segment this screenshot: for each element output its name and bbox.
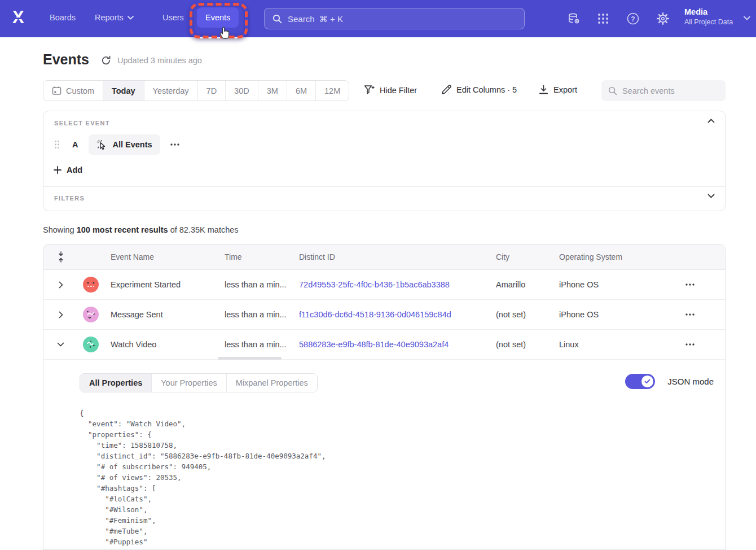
nav-item-events-active[interactable]: Events — [197, 7, 239, 28]
cell-time: less than a min... — [218, 280, 292, 289]
cell-distinct-id[interactable]: f11c30d6-dc6d-4518-9136-0d046159c84d — [292, 310, 489, 319]
ellipsis-icon[interactable] — [170, 143, 179, 146]
nav-item-users[interactable]: Users — [162, 13, 184, 22]
download-icon — [539, 85, 548, 95]
search-icon — [272, 14, 282, 24]
table-row[interactable]: Message Sent less than a min... f11c30d6… — [43, 300, 725, 330]
edit-columns-button[interactable]: Edit Columns · 5 — [441, 85, 517, 95]
event-json-code: { "event": "Watch Video", "properties": … — [80, 408, 725, 550]
pencil-icon — [441, 85, 451, 95]
header-distinct-id[interactable]: Distinct ID — [292, 252, 489, 261]
date-range-30d[interactable]: 30D — [225, 81, 258, 101]
edit-columns-label: Edit Columns · 5 — [456, 85, 517, 94]
collapse-row-icon[interactable] — [43, 342, 78, 347]
expand-section-icon[interactable] — [707, 194, 715, 198]
date-range-control: Custom Today Yesterday 7D 30D 3M 6M 12M — [43, 80, 349, 101]
add-event-button[interactable]: Add — [54, 165, 82, 174]
cell-event-name: Message Sent — [104, 310, 218, 319]
hand-cursor-icon — [219, 25, 232, 40]
segment-label: 30D — [234, 86, 249, 95]
segment-label: 12M — [324, 86, 340, 95]
collapse-rows-icon[interactable] — [43, 251, 78, 263]
refresh-icon[interactable] — [100, 55, 112, 66]
top-navbar: X Boards Reports Users Events — [0, 0, 756, 37]
hide-filter-label: Hide Filter — [380, 86, 417, 95]
filter-icon — [364, 85, 375, 95]
chevron-down-icon — [128, 16, 134, 20]
row-actions-icon[interactable] — [655, 313, 725, 316]
project-subtitle: All Project Data — [684, 18, 733, 26]
nav-item-label: Boards — [50, 13, 76, 22]
event-avatar — [83, 337, 99, 352]
page-title: Events — [43, 51, 89, 68]
search-events-input[interactable] — [622, 86, 719, 95]
tab-mixpanel-properties[interactable]: Mixpanel Properties — [226, 374, 317, 392]
date-range-12m[interactable]: 12M — [315, 81, 349, 101]
header-event-name[interactable]: Event Name — [104, 252, 218, 261]
events-page: X Boards Reports Users Events — [0, 0, 756, 550]
search-icon — [608, 86, 617, 95]
json-mode-toggle[interactable] — [625, 374, 655, 389]
plus-icon — [54, 166, 61, 174]
drag-handle-icon[interactable] — [54, 140, 60, 149]
table-row[interactable]: Experiment Started less than a min... 72… — [43, 270, 725, 300]
event-selector-chip[interactable]: All Events — [89, 134, 160, 155]
chevron-down-icon[interactable] — [744, 16, 750, 20]
segment-label: 7D — [206, 86, 217, 95]
export-button[interactable]: Export — [539, 85, 577, 95]
cell-distinct-id[interactable]: 72d49553-25fc-4f0c-b436-1b5ac6ab3388 — [292, 280, 489, 289]
cell-distinct-id[interactable]: 5886283e-e9fb-48fb-81de-40e9093a2af4 — [292, 340, 489, 349]
segment-label: 3M — [267, 86, 278, 95]
cell-city: (not set) — [489, 340, 552, 349]
row-actions-icon[interactable] — [655, 283, 725, 286]
cell-city: (not set) — [489, 310, 552, 319]
cell-time: less than a min... — [218, 310, 292, 319]
add-label: Add — [67, 165, 82, 174]
global-search[interactable] — [264, 8, 525, 29]
search-events-box[interactable] — [601, 80, 726, 101]
cursor-click-icon — [96, 139, 107, 150]
select-event-label: SELECT EVENT — [54, 120, 110, 126]
summary-count: 100 most recent results — [77, 225, 168, 234]
settings-gear-icon[interactable] — [656, 12, 670, 25]
nav-item-boards[interactable]: Boards — [50, 13, 76, 22]
hide-filter-button[interactable]: Hide Filter — [364, 85, 417, 95]
help-icon[interactable]: ? — [626, 12, 640, 25]
query-builder-card: SELECT EVENT A — [43, 111, 726, 211]
results-summary: Showing 100 most recent results of 82.35… — [43, 225, 239, 234]
cell-event-name: Watch Video — [104, 340, 218, 349]
mixpanel-logo[interactable]: X — [12, 10, 30, 28]
date-range-yesterday[interactable]: Yesterday — [144, 81, 197, 101]
header-os[interactable]: Operating System — [552, 252, 655, 261]
table-row-expanded[interactable]: Watch Video less than a min... 5886283e-… — [43, 330, 725, 360]
tab-all-properties[interactable]: All Properties — [80, 374, 151, 392]
tab-label: Mixpanel Properties — [236, 378, 308, 387]
expand-row-icon[interactable] — [43, 281, 78, 289]
date-range-today[interactable]: Today — [103, 81, 144, 101]
nav-item-label: Events — [205, 13, 230, 22]
nav-item-label: Users — [162, 13, 184, 22]
date-range-3m[interactable]: 3M — [258, 81, 287, 101]
segment-label: Custom — [66, 86, 94, 95]
global-search-input[interactable] — [288, 14, 516, 24]
event-avatar — [83, 277, 99, 293]
nav-item-label: Reports — [95, 13, 124, 22]
expand-row-icon[interactable] — [43, 311, 78, 318]
cell-city: Amarillo — [489, 280, 552, 289]
date-range-7d[interactable]: 7D — [197, 81, 226, 101]
tab-your-properties[interactable]: Your Properties — [151, 374, 226, 392]
data-management-icon[interactable] — [567, 12, 581, 25]
segment-label: Today — [112, 86, 135, 95]
collapse-section-icon[interactable] — [707, 119, 715, 123]
event-step-row: A All Events — [54, 134, 179, 155]
nav-item-reports[interactable]: Reports — [95, 13, 134, 22]
header-city[interactable]: City — [489, 252, 552, 261]
row-actions-icon[interactable] — [655, 343, 725, 346]
date-range-6m[interactable]: 6M — [287, 81, 315, 101]
date-range-custom[interactable]: Custom — [43, 81, 103, 101]
filters-label: FILTERS — [54, 195, 85, 202]
header-time[interactable]: Time — [218, 252, 292, 261]
step-letter: A — [72, 140, 78, 149]
project-switcher[interactable]: Media All Project Data — [684, 7, 733, 26]
apps-grid-icon[interactable] — [596, 12, 610, 25]
